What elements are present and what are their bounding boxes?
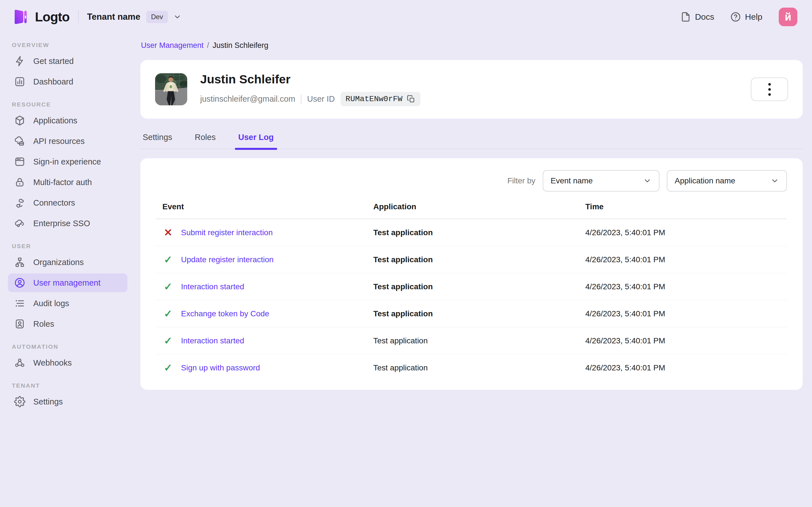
sidebar-item-enterprise-sso[interactable]: Enterprise SSO	[8, 214, 128, 233]
application-cell: Test application	[373, 228, 585, 237]
sidebar-item-audit-logs[interactable]: Audit logs	[8, 294, 128, 313]
sidebar-item-settings[interactable]: Settings	[8, 392, 128, 411]
sidebar-item-get-started[interactable]: Get started	[8, 52, 128, 70]
breadcrumb-separator: /	[207, 41, 209, 50]
sidebar-item-label: Dashboard	[33, 77, 73, 87]
kebab-dot	[768, 93, 771, 96]
docs-label: Docs	[695, 12, 714, 22]
event-link[interactable]: Interaction started	[181, 282, 244, 291]
detail-tabs: Settings Roles User Log	[140, 131, 803, 149]
table-row[interactable]: ✓ Exchange token by Code Test applicatio…	[156, 300, 787, 327]
docs-button[interactable]: Docs	[680, 12, 714, 22]
table-row[interactable]: ✓ Interaction started Test application 4…	[156, 273, 787, 300]
success-check-icon: ✓	[162, 309, 174, 319]
document-icon	[680, 12, 691, 22]
sidebar-item-dashboard[interactable]: Dashboard	[8, 72, 128, 91]
tab-settings[interactable]: Settings	[142, 131, 173, 149]
chevron-down-icon	[643, 177, 652, 185]
time-cell: 4/26/2023, 5:40:01 PM	[585, 363, 787, 372]
event-link[interactable]: Exchange token by Code	[181, 309, 269, 318]
sidebar-item-label: Sign-in experience	[33, 157, 101, 166]
help-label: Help	[745, 12, 762, 22]
sidebar-item-roles[interactable]: Roles	[8, 315, 128, 333]
meta-divider	[301, 94, 301, 104]
chevron-down-icon	[770, 177, 779, 185]
sidebar-section-overview: Overview	[12, 42, 128, 48]
application-cell: Test application	[373, 255, 585, 264]
event-cell: ✓ Exchange token by Code	[162, 309, 373, 319]
application-name-select[interactable]: Application name	[667, 170, 787, 191]
sidebar-item-label: Multi-factor auth	[33, 178, 92, 187]
tenant-name: Tenant name	[87, 12, 140, 22]
event-link[interactable]: Submit register interaction	[181, 228, 273, 237]
user-photo	[155, 73, 187, 105]
success-check-icon: ✓	[162, 255, 174, 265]
cloud-key-icon	[14, 218, 26, 229]
browser-window-icon	[14, 156, 26, 167]
table-row[interactable]: ✓ Sign up with password Test application…	[156, 354, 787, 381]
lightning-icon	[14, 55, 26, 67]
event-cell: ✓ Interaction started	[162, 282, 373, 292]
user-header-card: Justin Schleifer justinschleifer@gmail.c…	[140, 60, 803, 119]
success-check-icon: ✓	[162, 336, 174, 346]
tab-user-log[interactable]: User Log	[238, 131, 274, 149]
sidebar-item-label: Enterprise SSO	[33, 219, 90, 228]
user-id-label: User ID	[307, 94, 335, 104]
tenant-env-badge: Dev	[146, 11, 168, 23]
table-row[interactable]: ✕ Submit register interaction Test appli…	[156, 219, 787, 246]
sidebar-item-label: Settings	[33, 397, 63, 406]
application-name-select-value: Application name	[675, 176, 735, 185]
logto-logo[interactable]: Logto	[11, 8, 70, 26]
logo-wordmark: Logto	[35, 9, 70, 24]
breadcrumb-user-management-link[interactable]: User Management	[141, 41, 204, 50]
column-header-time: Time	[585, 202, 787, 211]
column-header-application: Application	[373, 202, 585, 211]
success-check-icon: ✓	[162, 363, 174, 373]
sidebar-item-multi-factor-auth[interactable]: Multi-factor auth	[8, 173, 128, 191]
lock-icon	[14, 177, 26, 188]
tenant-selector[interactable]: Tenant name Dev	[87, 11, 182, 23]
time-cell: 4/26/2023, 5:40:01 PM	[585, 228, 787, 237]
tab-roles[interactable]: Roles	[194, 131, 216, 149]
more-actions-button[interactable]	[751, 77, 788, 101]
webhook-icon	[14, 357, 26, 369]
table-row[interactable]: ✓ Update register interaction Test appli…	[156, 246, 787, 273]
breadcrumb: User Management / Justin Schleiferg	[141, 41, 803, 50]
event-link[interactable]: Interaction started	[181, 336, 244, 345]
user-meta: justinschleifer@gmail.com User ID RUMatE…	[200, 92, 420, 106]
sidebar-item-label: Audit logs	[33, 299, 69, 308]
sidebar-item-webhooks[interactable]: Webhooks	[8, 353, 128, 372]
copy-icon[interactable]	[407, 95, 415, 103]
api-resources-icon	[14, 135, 26, 147]
connectors-icon	[14, 197, 26, 209]
application-cell: Test application	[373, 282, 585, 291]
user-circle-icon	[14, 277, 26, 288]
dashboard-icon	[14, 76, 26, 87]
sidebar-item-connectors[interactable]: Connectors	[8, 193, 128, 212]
user-id-chip: RUMatENw0rFW	[341, 92, 421, 106]
event-name-select[interactable]: Event name	[543, 170, 659, 191]
sidebar: Overview Get started Dashboard Resource …	[0, 34, 135, 413]
sidebar-item-label: User management	[33, 278, 101, 288]
time-cell: 4/26/2023, 5:40:01 PM	[585, 282, 787, 291]
org-chart-icon	[14, 257, 26, 268]
sidebar-item-label: Get started	[33, 57, 73, 66]
event-link[interactable]: Update register interaction	[181, 255, 273, 264]
sidebar-section-tenant: Tenant	[12, 382, 128, 389]
kebab-dot	[768, 88, 771, 91]
user-avatar-menu[interactable]: й	[779, 8, 797, 26]
sidebar-item-user-management[interactable]: User management	[8, 274, 128, 292]
event-cell: ✓ Update register interaction	[162, 255, 373, 265]
help-button[interactable]: Help	[730, 12, 762, 22]
table-row[interactable]: ✓ Interaction started Test application 4…	[156, 327, 787, 354]
sidebar-item-sign-in-experience[interactable]: Sign-in experience	[8, 152, 128, 171]
topbar-divider	[78, 11, 79, 23]
success-check-icon: ✓	[162, 282, 174, 292]
sidebar-section-resource: Resource	[12, 101, 128, 108]
event-link[interactable]: Sign up with password	[181, 363, 260, 372]
sidebar-item-applications[interactable]: Applications	[8, 111, 128, 130]
user-log-table: Event Application Time ✕ Submit register…	[156, 202, 787, 381]
sidebar-item-api-resources[interactable]: API resources	[8, 132, 128, 151]
question-circle-icon	[730, 12, 741, 22]
sidebar-item-organizations[interactable]: Organizations	[8, 253, 128, 272]
